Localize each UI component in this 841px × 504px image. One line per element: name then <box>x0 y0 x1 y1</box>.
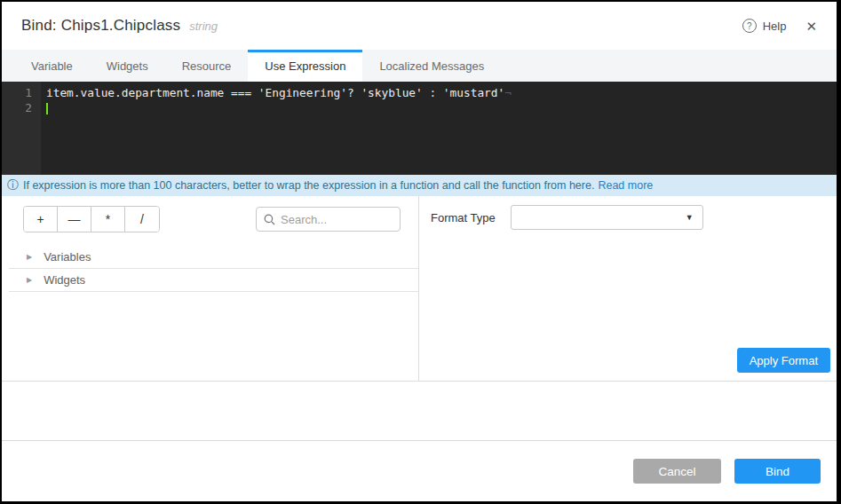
editor-code-area[interactable]: item.value.department.name === 'Engineer… <box>41 82 837 175</box>
text-cursor <box>46 103 48 114</box>
bind-button[interactable]: Bind <box>734 459 821 484</box>
helpers-toolbar: + — * / <box>23 206 401 232</box>
dialog-footer: Cancel Bind <box>2 441 837 501</box>
format-type-row: Format Type ▼ <box>431 205 837 230</box>
expression-helpers-panel: + — * / ▶ Variables <box>2 196 419 381</box>
search-input[interactable] <box>281 213 393 226</box>
main-panels: + — * / ▶ Variables <box>2 196 837 382</box>
cancel-button[interactable]: Cancel <box>633 459 721 484</box>
tab-localized-messages[interactable]: Localized Messages <box>362 50 501 82</box>
operator-button-group: + — * / <box>23 206 160 232</box>
format-type-label: Format Type <box>431 211 496 224</box>
tree-item-label: Widgets <box>44 273 85 287</box>
expand-arrow-icon[interactable]: ▶ <box>27 276 32 284</box>
tab-variable[interactable]: Variable <box>14 50 90 82</box>
bind-dialog: Bind: Chips1.Chipclass string ? Help ✕ V… <box>2 2 837 501</box>
bound-property-type: string <box>189 20 218 33</box>
plus-operator-button[interactable]: + <box>24 207 58 232</box>
tree-item-label: Variables <box>44 250 91 264</box>
tree-item-variables[interactable]: ▶ Variables <box>9 246 418 269</box>
multiply-operator-button[interactable]: * <box>91 207 125 232</box>
header-actions: ? Help ✕ <box>742 19 817 33</box>
search-icon <box>264 214 275 225</box>
tab-bar: Variable Widgets Resource Use Expression… <box>2 50 837 82</box>
code-text: item.value.department.name === 'Engineer… <box>46 86 504 99</box>
dialog-title: Bind: Chips1.Chipclass <box>21 17 180 35</box>
info-text: If expression is more than 100 character… <box>23 179 594 192</box>
bind-source-tree: ▶ Variables ▶ Widgets <box>2 246 418 292</box>
chevron-down-icon: ▼ <box>686 213 694 222</box>
format-panel: Format Type ▼ Apply Format <box>419 196 837 381</box>
dialog-body-spacer <box>2 382 837 441</box>
divide-operator-button[interactable]: / <box>125 207 159 232</box>
close-icon[interactable]: ✕ <box>805 20 817 33</box>
search-box <box>256 207 401 232</box>
code-line: item.value.department.name === 'Engineer… <box>46 85 837 100</box>
expression-code-editor[interactable]: 1 2 item.value.department.name === 'Engi… <box>2 82 837 175</box>
eol-marker: ¬ <box>504 86 512 99</box>
tab-resource[interactable]: Resource <box>165 50 249 82</box>
line-number: 1 <box>2 85 32 100</box>
help-link[interactable]: Help <box>763 20 787 33</box>
expression-info-bar: ⓘ If expression is more than 100 charact… <box>2 175 837 196</box>
tab-use-expression[interactable]: Use Expression <box>248 50 362 82</box>
help-icon[interactable]: ? <box>742 19 757 33</box>
tab-widgets[interactable]: Widgets <box>90 50 165 82</box>
info-icon: ⓘ <box>7 177 19 193</box>
tree-item-widgets[interactable]: ▶ Widgets <box>9 269 418 292</box>
editor-line-numbers: 1 2 <box>2 82 41 175</box>
read-more-link[interactable]: Read more <box>598 179 653 192</box>
line-number: 2 <box>2 100 32 115</box>
code-line <box>46 100 837 115</box>
expand-arrow-icon[interactable]: ▶ <box>27 253 32 261</box>
format-type-select[interactable]: ▼ <box>511 205 703 230</box>
dialog-header: Bind: Chips1.Chipclass string ? Help ✕ <box>2 2 837 50</box>
minus-operator-button[interactable]: — <box>58 207 91 232</box>
apply-format-button[interactable]: Apply Format <box>737 348 830 373</box>
